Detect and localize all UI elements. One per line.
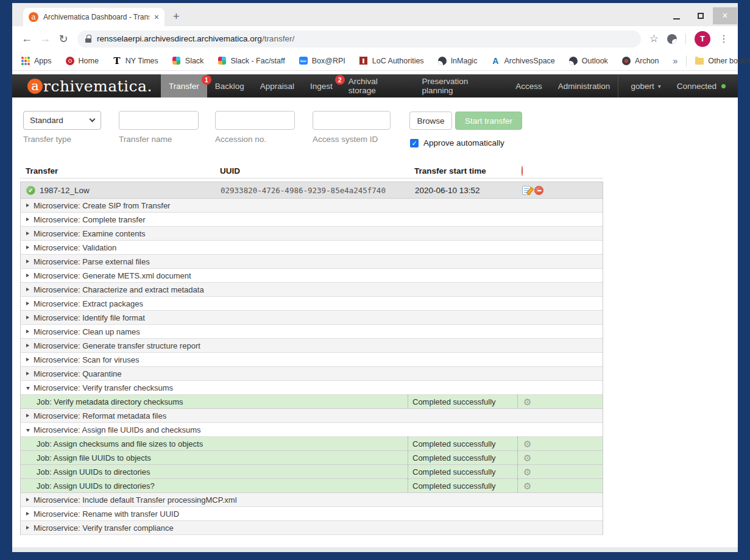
bookmark-item[interactable]: TNY Times — [113, 57, 158, 65]
expand-arrow-icon — [26, 232, 29, 235]
extension-icon[interactable] — [667, 34, 677, 44]
other-bookmarks-button[interactable]: Other bookmarks — [695, 57, 750, 65]
remove-transfer-icon[interactable] — [534, 186, 543, 195]
transfer-row[interactable]: ✓ 1987-12_Low 02933820-4726-4986-9239-85… — [21, 182, 603, 199]
transfer-name-label: Transfer name — [119, 135, 172, 144]
apps-button[interactable]: Apps — [21, 57, 52, 65]
bookmark-star-icon[interactable]: ☆ — [649, 32, 659, 45]
expand-arrow-icon — [26, 526, 29, 530]
horizontal-scrollbar[interactable] — [12, 547, 738, 552]
gear-icon[interactable]: ⚙ — [523, 453, 531, 463]
microservice-row[interactable]: Microservice: Verify transfer checksums — [21, 381, 603, 395]
browser-tab[interactable]: a Archivematica Dashboard - Trans × — [23, 8, 165, 26]
nav-item-archival-storage[interactable]: Archival storage — [341, 74, 414, 97]
expand-arrow-icon — [26, 288, 29, 291]
nav-item-ingest[interactable]: Ingest2 — [302, 74, 341, 97]
bookmark-item[interactable]: Home — [66, 57, 99, 65]
bookmark-item[interactable]: InMagic — [438, 57, 478, 65]
bookmark-item[interactable]: Archon — [622, 57, 659, 65]
microservice-label: Microservice: Extract packages — [34, 299, 143, 308]
browser-toolbar: ← → ↻ rensselaerpi.archivesdirect.archiv… — [12, 26, 738, 51]
bookmark-item[interactable]: Outlook — [569, 57, 608, 65]
nav-item-transfer[interactable]: Transfer1 — [161, 74, 207, 97]
microservice-row[interactable]: Microservice: Include default Transfer p… — [21, 493, 603, 507]
minimize-button[interactable] — [664, 7, 688, 24]
job-label: Job: Assign checksums and file sizes to … — [21, 439, 408, 448]
expand-arrow-icon — [26, 414, 29, 417]
maximize-button[interactable] — [688, 7, 713, 24]
microservice-row[interactable]: Microservice: Clean up names — [21, 325, 603, 339]
accession-no-input[interactable] — [215, 111, 295, 130]
start-transfer-button[interactable]: Start transfer — [455, 112, 522, 130]
bookmark-label: Home — [79, 57, 99, 65]
approve-automatically-checkbox[interactable]: ✓ — [410, 139, 419, 147]
microservice-row[interactable]: Microservice: Parse external files — [21, 255, 603, 269]
microservice-row[interactable]: Microservice: Examine contents — [21, 227, 603, 241]
nav-item-access[interactable]: Access — [508, 74, 550, 97]
globe-icon — [569, 57, 578, 65]
slack-icon — [218, 57, 226, 65]
microservice-row[interactable]: Microservice: Complete transfer — [21, 213, 603, 227]
archivematica-logo[interactable]: a rchivematica. — [12, 74, 152, 97]
transfer-name-input[interactable] — [119, 111, 199, 130]
bookmark-item[interactable]: Slack — [172, 57, 204, 65]
nav-item-label: Backlog — [215, 82, 244, 91]
new-tab-button[interactable]: + — [173, 10, 180, 23]
archivematica-navbar: a rchivematica. Transfer1BacklogAppraisa… — [12, 74, 738, 97]
gear-icon[interactable]: ⚙ — [523, 467, 531, 477]
microservice-row[interactable]: Microservice: Generate transfer structur… — [21, 339, 603, 353]
nav-item-appraisal[interactable]: Appraisal — [252, 74, 302, 97]
address-bar[interactable]: rensselaerpi.archivesdirect.archivematic… — [77, 30, 641, 48]
bookmarks-separator — [686, 55, 687, 66]
remove-all-icon[interactable] — [522, 166, 523, 176]
microservice-row[interactable]: Microservice: Generate METS.xml document — [21, 269, 603, 283]
bookmark-item[interactable]: boxBox@RPI — [299, 57, 345, 65]
gear-icon[interactable]: ⚙ — [523, 481, 531, 491]
microservice-row[interactable]: Microservice: Identify file format — [21, 311, 603, 325]
browse-button[interactable]: Browse — [409, 112, 452, 130]
microservice-row[interactable]: Microservice: Rename with transfer UUID — [21, 507, 603, 521]
expand-arrow-icon — [26, 512, 29, 516]
microservice-row[interactable]: Microservice: Reformat metadata files — [21, 409, 603, 423]
microservice-row[interactable]: Microservice: Verify transfer compliance — [21, 521, 603, 535]
back-button[interactable]: ← — [18, 32, 36, 45]
access-system-id-input[interactable] — [313, 111, 391, 130]
lock-icon[interactable] — [85, 35, 91, 43]
job-status: Completed successfully — [408, 437, 517, 450]
chrome-menu-icon[interactable]: ⋮ — [719, 33, 729, 44]
bookmark-label: InMagic — [451, 57, 478, 65]
profile-avatar[interactable]: T — [695, 31, 710, 47]
nav-item-administration[interactable]: Administration — [550, 74, 618, 97]
forward-button[interactable]: → — [36, 32, 54, 45]
user-menu[interactable]: gobert ▾ — [631, 82, 660, 91]
header-transfer: Transfer — [20, 166, 220, 175]
edit-metadata-icon[interactable] — [522, 186, 531, 195]
microservice-row[interactable]: Microservice: Extract packages — [21, 297, 603, 311]
bookmarks-overflow-icon[interactable]: » — [673, 56, 677, 66]
nav-item-label: Preservation planning — [422, 77, 500, 95]
microservice-row[interactable]: Microservice: Validation — [21, 241, 603, 255]
nav-item-backlog[interactable]: Backlog — [207, 74, 252, 97]
bookmark-item[interactable]: LoC Authorities — [359, 57, 424, 65]
microservice-row[interactable]: Microservice: Assign file UUIDs and chec… — [21, 423, 603, 437]
microservice-row[interactable]: Microservice: Scan for viruses — [21, 353, 603, 367]
microservice-label: Microservice: Assign file UUIDs and chec… — [34, 425, 201, 434]
url-text: rensselaerpi.archivesdirect.archivematic… — [97, 34, 294, 43]
microservice-row[interactable]: Microservice: Characterize and extract m… — [21, 283, 603, 297]
tab-close-icon[interactable]: × — [154, 13, 159, 21]
gear-icon[interactable]: ⚙ — [523, 439, 531, 448]
microservice-label: Microservice: Clean up names — [34, 327, 140, 336]
gear-icon[interactable]: ⚙ — [523, 397, 531, 406]
bookmark-item[interactable]: Slack - Fac/staff — [218, 57, 285, 65]
transfer-type-select[interactable]: Standard — [23, 111, 101, 130]
nav-item-label: Appraisal — [260, 82, 294, 91]
bookmark-item[interactable]: AArchivesSpace — [491, 57, 554, 65]
header-start-time: Transfer start time — [414, 166, 517, 175]
refresh-button[interactable]: ↻ — [54, 32, 73, 46]
slack-icon — [172, 57, 181, 65]
close-button[interactable]: × — [713, 7, 737, 24]
nav-item-preservation-planning[interactable]: Preservation planning — [414, 74, 508, 97]
microservice-row[interactable]: Microservice: Create SIP from Transfer — [21, 199, 603, 213]
accession-no-label: Accession no. — [215, 135, 266, 144]
microservice-row[interactable]: Microservice: Quarantine — [21, 367, 603, 381]
